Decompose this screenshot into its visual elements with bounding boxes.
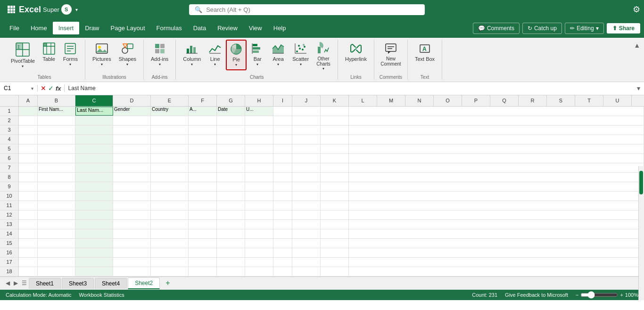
sheet-tab-sheet2[interactable]: Sheet2: [128, 277, 160, 289]
cell-A7[interactable]: [19, 163, 38, 172]
ribbon-collapse-button[interactable]: ▲: [634, 42, 640, 49]
cell-G16[interactable]: [217, 248, 245, 257]
cell-H14[interactable]: [245, 229, 273, 238]
editing-button[interactable]: ✏ Editing ▾: [565, 23, 604, 34]
account-info[interactable]: Super S ▾: [43, 4, 78, 15]
cell-rest-10[interactable]: [349, 192, 644, 201]
search-box[interactable]: 🔍: [189, 4, 425, 15]
cell-F17[interactable]: [189, 258, 217, 267]
next-sheet-button[interactable]: ▶: [12, 280, 20, 286]
cell-J7[interactable]: [292, 163, 321, 172]
cell-C1[interactable]: Last Nam...: [75, 107, 113, 116]
cell-B18[interactable]: [38, 267, 75, 276]
cell-A2[interactable]: [19, 116, 38, 125]
cell-B2[interactable]: [38, 116, 75, 125]
col-header-M[interactable]: M: [377, 95, 405, 106]
sheet-list-button[interactable]: ☰: [20, 280, 29, 286]
cell-K17[interactable]: [321, 258, 349, 267]
cell-H1[interactable]: U...: [245, 107, 273, 116]
cell-C12[interactable]: [75, 210, 113, 219]
col-header-T[interactable]: T: [575, 95, 603, 106]
cell-J10[interactable]: [292, 192, 321, 201]
cell-E16[interactable]: [151, 248, 189, 257]
cell-E17[interactable]: [151, 258, 189, 267]
cell-K18[interactable]: [321, 267, 349, 276]
cell-E3[interactable]: [151, 126, 189, 134]
cell-J18[interactable]: [292, 267, 321, 276]
cell-I15[interactable]: [273, 239, 292, 248]
sheet-tab-sheet1[interactable]: Sheet1: [29, 278, 61, 289]
cell-C13[interactable]: [75, 220, 113, 229]
text-box-button[interactable]: A Text Box: [412, 40, 438, 65]
cell-H2[interactable]: [245, 116, 273, 125]
zoom-slider[interactable]: [580, 291, 618, 299]
cell-J14[interactable]: [292, 229, 321, 238]
feedback-link[interactable]: Give Feedback to Microsoft: [505, 292, 568, 298]
cell-E18[interactable]: [151, 267, 189, 276]
row-14[interactable]: 14: [0, 229, 18, 239]
cell-A6[interactable]: [19, 154, 38, 163]
col-header-N[interactable]: N: [405, 95, 434, 106]
cell-D13[interactable]: [113, 220, 151, 229]
cell-rest-9[interactable]: [349, 182, 644, 191]
cell-F16[interactable]: [189, 248, 217, 257]
sheet-tab-sheet3[interactable]: Sheet3: [62, 278, 94, 289]
area-chart-button[interactable]: Area ▾: [268, 40, 288, 69]
row-16[interactable]: 16: [0, 248, 18, 258]
cell-D17[interactable]: [113, 258, 151, 267]
cell-G8[interactable]: [217, 173, 245, 182]
cell-B9[interactable]: [38, 182, 75, 191]
cell-F14[interactable]: [189, 229, 217, 238]
col-header-J[interactable]: J: [292, 95, 321, 106]
cell-J16[interactable]: [292, 248, 321, 257]
cell-F5[interactable]: [189, 144, 217, 153]
cell-F2[interactable]: [189, 116, 217, 125]
cell-F3[interactable]: [189, 126, 217, 134]
cell-F12[interactable]: [189, 210, 217, 219]
cell-D1[interactable]: Gender: [113, 107, 151, 116]
cell-H8[interactable]: [245, 173, 273, 182]
cell-G6[interactable]: [217, 154, 245, 163]
cell-E1[interactable]: Country: [151, 107, 189, 116]
row-13[interactable]: 13: [0, 220, 18, 229]
cell-H16[interactable]: [245, 248, 273, 257]
cell-I18[interactable]: [273, 267, 292, 276]
cancel-formula-icon[interactable]: ✕: [41, 84, 46, 92]
cell-J5[interactable]: [292, 144, 321, 153]
cell-rest-11[interactable]: [349, 201, 644, 210]
app-grid-icon[interactable]: [4, 2, 19, 17]
cell-G12[interactable]: [217, 210, 245, 219]
cell-H7[interactable]: [245, 163, 273, 172]
col-header-A[interactable]: A: [19, 95, 38, 106]
cell-D10[interactable]: [113, 192, 151, 201]
cell-I2[interactable]: [273, 116, 292, 125]
cell-I3[interactable]: [273, 126, 292, 134]
cell-E8[interactable]: [151, 173, 189, 182]
cell-C11[interactable]: [75, 201, 113, 210]
cell-A13[interactable]: [19, 220, 38, 229]
zoom-out-button[interactable]: −: [576, 292, 578, 298]
cell-rest-8[interactable]: [349, 173, 644, 182]
formula-expand-icon[interactable]: ▾: [633, 84, 644, 92]
cell-K7[interactable]: [321, 163, 349, 172]
cell-D4[interactable]: [113, 135, 151, 144]
col-header-D[interactable]: D: [113, 95, 151, 106]
cell-D18[interactable]: [113, 267, 151, 276]
zoom-in-button[interactable]: +: [620, 292, 623, 298]
cell-B12[interactable]: [38, 210, 75, 219]
col-header-R[interactable]: R: [519, 95, 547, 106]
cell-F7[interactable]: [189, 163, 217, 172]
cell-C10[interactable]: [75, 192, 113, 201]
cell-G9[interactable]: [217, 182, 245, 191]
cell-G17[interactable]: [217, 258, 245, 267]
cell-A18[interactable]: [19, 267, 38, 276]
col-header-U[interactable]: U: [603, 95, 632, 106]
cell-K3[interactable]: [321, 126, 349, 134]
cell-K4[interactable]: [321, 135, 349, 144]
cell-B14[interactable]: [38, 229, 75, 238]
row-10[interactable]: 10: [0, 192, 18, 201]
cell-G18[interactable]: [217, 267, 245, 276]
cell-G11[interactable]: [217, 201, 245, 210]
col-header-I[interactable]: I: [273, 95, 292, 106]
cell-B1[interactable]: First Nam...: [38, 107, 75, 116]
